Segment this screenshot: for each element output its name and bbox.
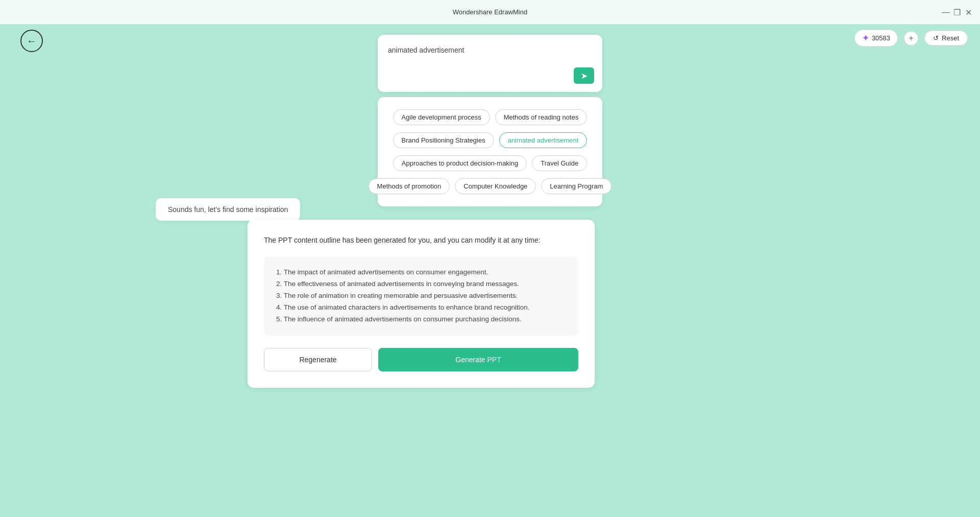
list-item: 1. The impact of animated advertisements… — [276, 267, 566, 278]
tags-row-4: Methods of promotion Computer Knowledge … — [369, 178, 612, 194]
list-item: 5. The influence of animated advertiseme… — [276, 314, 566, 325]
tag-computer-knowledge[interactable]: Computer Knowledge — [455, 178, 536, 194]
outline-actions: Regenerate Generate PPT — [264, 348, 578, 371]
tag-methods-promotion[interactable]: Methods of promotion — [369, 178, 450, 194]
tag-product-decision[interactable]: Approaches to product decision-making — [393, 155, 527, 171]
tag-reading-notes[interactable]: Methods of reading notes — [495, 109, 587, 125]
outline-content: 1. The impact of animated advertisements… — [264, 256, 578, 336]
outline-list: 1. The impact of animated advertisements… — [276, 267, 566, 325]
tag-travel-guide[interactable]: Travel Guide — [532, 155, 587, 171]
tag-agile[interactable]: Agile development process — [393, 109, 490, 125]
tags-card: Agile development process Methods of rea… — [378, 97, 602, 206]
outline-header: The PPT content outline has been generat… — [264, 236, 578, 244]
tag-animated-advertisement[interactable]: animated advertisement — [499, 132, 587, 148]
regenerate-button[interactable]: Regenerate — [264, 348, 372, 371]
tag-learning-program[interactable]: Learning Program — [541, 178, 611, 194]
generate-ppt-button[interactable]: Generate PPT — [378, 348, 578, 371]
tags-grid: Agile development process Methods of rea… — [394, 109, 586, 194]
tags-row-3: Approaches to product decision-making Tr… — [393, 155, 587, 171]
send-button[interactable]: ➤ — [574, 67, 594, 84]
send-icon: ➤ — [581, 71, 587, 81]
content-wrapper: animated advertisement ➤ Agile developme… — [0, 0, 980, 492]
tags-row-1: Agile development process Methods of rea… — [393, 109, 587, 125]
tag-brand-positioning[interactable]: Brand Positioning Strategies — [393, 132, 494, 148]
input-card: animated advertisement ➤ — [378, 35, 602, 92]
inspiration-text: Sounds fun, let's find some inspiration — [168, 205, 288, 214]
input-text: animated advertisement — [388, 45, 592, 76]
tags-row-2: Brand Positioning Strategies animated ad… — [393, 132, 587, 148]
inspiration-message: Sounds fun, let's find some inspiration — [156, 198, 300, 221]
list-item: 4. The use of animated characters in adv… — [276, 302, 566, 314]
list-item: 2. The effectiveness of animated adverti… — [276, 278, 566, 290]
outline-card: The PPT content outline has been generat… — [248, 220, 595, 388]
list-item: 3. The role of animation in creating mem… — [276, 290, 566, 302]
